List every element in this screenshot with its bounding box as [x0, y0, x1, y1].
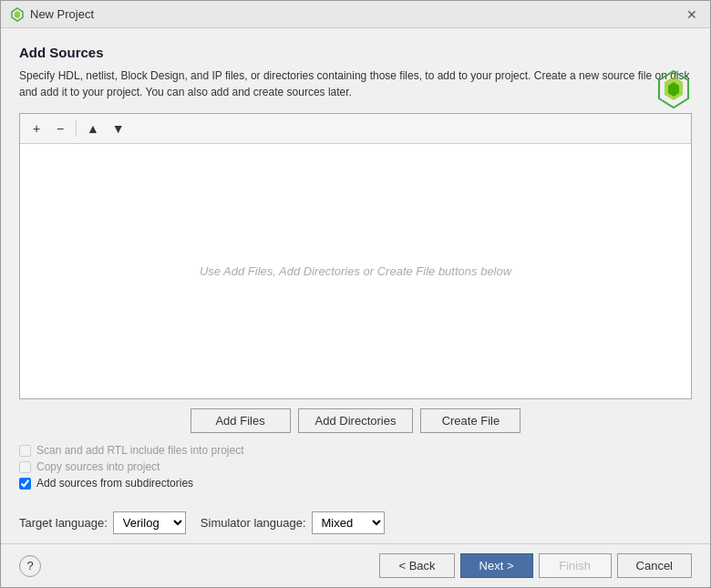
- sim-language-select[interactable]: Mixed Verilog VHDL: [312, 511, 385, 534]
- add-file-toolbar-button[interactable]: +: [26, 118, 47, 139]
- main-content: Add Sources Specify HDL, netlist, Block …: [1, 28, 710, 543]
- action-buttons: Add Files Add Directories Create File: [19, 408, 692, 433]
- move-down-toolbar-button[interactable]: ▼: [107, 118, 130, 139]
- section-description: Specify HDL, netlist, Block Design, and …: [19, 67, 692, 100]
- new-project-window: New Project ✕ Add Sources Specify HDL, n…: [0, 0, 711, 588]
- next-button[interactable]: Next >: [460, 553, 533, 578]
- app-icon: [10, 7, 25, 22]
- target-language-label: Target language:: [19, 516, 108, 530]
- nav-buttons: < Back Next > Finish Cancel: [379, 553, 692, 578]
- title-bar: New Project ✕: [1, 1, 710, 28]
- scan-rtl-option: Scan and add RTL include files into proj…: [19, 444, 692, 457]
- add-directories-button[interactable]: Add Directories: [298, 408, 414, 433]
- file-list-area: Use Add Files, Add Directories or Create…: [20, 144, 691, 398]
- remove-file-toolbar-button[interactable]: −: [49, 118, 71, 139]
- sim-language-label: Simulator language:: [201, 516, 306, 530]
- add-subdirs-label: Add sources from subdirectories: [36, 477, 193, 490]
- section-title: Add Sources: [19, 45, 692, 60]
- bottom-bar: ? < Back Next > Finish Cancel: [1, 543, 710, 587]
- scan-rtl-label: Scan and add RTL include files into proj…: [36, 444, 243, 457]
- window-title: New Project: [30, 7, 94, 21]
- target-language-group: Target language: Verilog VHDL Mixed: [19, 511, 186, 534]
- options-area: Scan and add RTL include files into proj…: [19, 444, 692, 493]
- vivado-logo-area: [655, 69, 692, 113]
- vivado-logo: [655, 69, 692, 110]
- move-up-toolbar-button[interactable]: ▲: [81, 118, 105, 139]
- copy-sources-option: Copy sources into project: [19, 460, 692, 473]
- add-subdirs-checkbox[interactable]: [19, 478, 31, 490]
- empty-hint: Use Add Files, Add Directories or Create…: [200, 264, 511, 278]
- scan-rtl-checkbox[interactable]: [19, 445, 31, 457]
- close-button[interactable]: ✕: [683, 5, 701, 24]
- finish-button[interactable]: Finish: [539, 553, 612, 578]
- language-row: Target language: Verilog VHDL Mixed Simu…: [19, 511, 692, 534]
- create-file-button[interactable]: Create File: [420, 408, 520, 433]
- svg-marker-1: [15, 11, 20, 18]
- toolbar-separator: [76, 120, 77, 137]
- target-language-select[interactable]: Verilog VHDL Mixed: [113, 511, 186, 534]
- copy-sources-label: Copy sources into project: [36, 460, 160, 473]
- file-toolbar: + − ▲ ▼: [20, 114, 691, 144]
- sim-language-group: Simulator language: Mixed Verilog VHDL: [201, 511, 385, 534]
- copy-sources-checkbox[interactable]: [19, 461, 31, 473]
- add-subdirs-option: Add sources from subdirectories: [19, 477, 692, 490]
- back-button[interactable]: < Back: [379, 553, 454, 578]
- file-panel: + − ▲ ▼ Use Add Files, Add Directories o…: [19, 113, 692, 399]
- add-files-button[interactable]: Add Files: [191, 408, 291, 433]
- help-button[interactable]: ?: [19, 555, 41, 577]
- cancel-button[interactable]: Cancel: [617, 553, 692, 578]
